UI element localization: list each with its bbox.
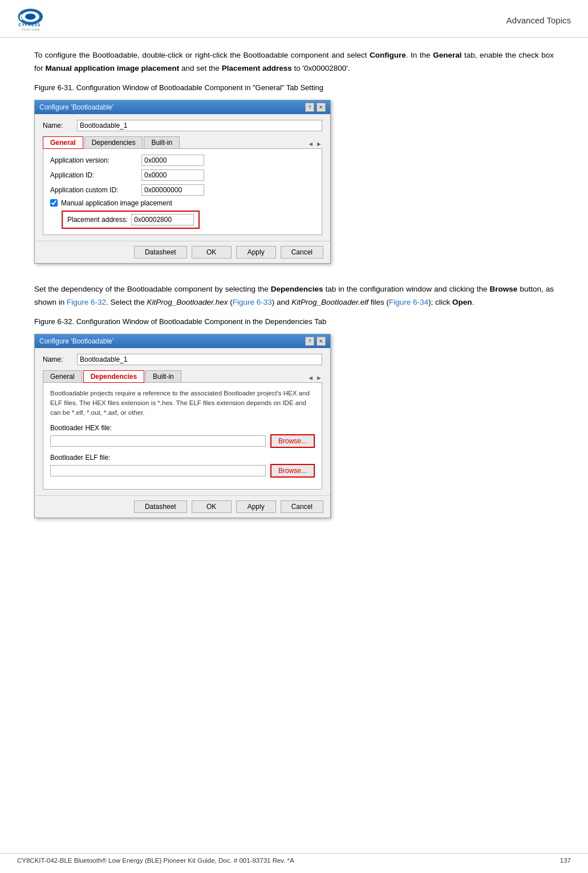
para2-italic1: KitProg_Bootloader.hex [147,298,228,306]
figure1-apply-button[interactable]: Apply [236,246,276,258]
app-id-label: Application ID: [50,171,141,179]
figure2-name-label: Name: [43,355,71,363]
app-version-row: Application version: [50,155,315,166]
name-label: Name: [43,122,71,130]
tab-builtin[interactable]: Built-in [144,136,180,148]
figure1-ok-button[interactable]: OK [192,246,232,258]
close-button[interactable]: ✕ [317,103,326,112]
figure2-dialog-title: Configure 'Bootloadable' [39,337,113,345]
figure1-datasheet-button[interactable]: Datasheet [134,246,187,258]
figure2-tab-builtin[interactable]: Built-in [145,370,181,382]
manual-placement-row: Manual application image placement [50,199,315,207]
elf-browse-button[interactable]: Browse... [270,464,315,478]
figure2-ok-button[interactable]: OK [192,500,232,513]
figure2-dialog-body: Name: General Dependencies Built-in ◄ ► … [35,348,330,495]
figure2-cancel-button[interactable]: Cancel [281,500,323,513]
tab-general-content: Application version: Application ID: App… [43,149,322,235]
para1-bold3: Manual application image placement [46,64,180,72]
footer-page-number: 137 [560,857,571,864]
para1-bold4: Placement address [222,64,292,72]
para2-italic2: KitProg_Bootloader.elf [291,298,368,306]
figure2-apply-button[interactable]: Apply [236,500,276,513]
para2-bold3: Open [452,298,472,306]
figure2-tab-nav-arrows: ◄ ► [307,374,322,382]
cypress-logo-icon: CYPRESS PERFORM [17,6,57,34]
para2-text7: files ( [368,298,389,306]
tab-nav-arrows: ◄ ► [307,140,322,148]
hex-file-input[interactable] [50,435,266,447]
para2-bold2: Browse [490,285,518,293]
figure2-caption: Figure 6-32. Configuration Window of Boo… [34,317,554,326]
svg-point-2 [25,14,36,20]
page-header: CYPRESS PERFORM Advanced Topics [0,0,588,38]
svg-text:CYPRESS: CYPRESS [18,23,40,27]
name-input[interactable] [77,120,322,131]
para1-bold1: Configure [370,51,406,59]
hex-browse-button[interactable]: Browse... [270,434,315,448]
para2-text1: Set the dependency of the Bootloadable c… [34,285,271,293]
figure1-caption: Figure 6-31. Configuration Window of Boo… [34,83,554,92]
figure2-name-row: Name: [43,354,322,365]
app-id-input[interactable] [141,169,204,181]
figure2-tab-dependencies-content: Bootloadable projects require a referenc… [43,383,322,490]
header-title: Advanced Topics [506,15,571,25]
tab-prev-arrow[interactable]: ◄ [307,140,314,147]
hex-input-row: Browse... [50,434,315,448]
figure2-tab-dependencies[interactable]: Dependencies [83,370,144,383]
figure2-dialog: Configure 'Bootloadable' ? ✕ Name: Gener… [34,334,331,518]
figure2-dialog-footer: Datasheet OK Apply Cancel [35,495,330,518]
figure2-tab-prev-arrow[interactable]: ◄ [307,374,314,381]
elf-file-label: Bootloader ELF file: [50,454,315,462]
titlebar-buttons: ? ✕ [305,103,326,112]
elf-input-row: Browse... [50,464,315,478]
para1-text-mid1: . In the [406,51,433,59]
para2-text5: ( [228,298,232,306]
figure2-dialog-wrapper: Configure 'Bootloadable' ? ✕ Name: Gener… [34,334,331,518]
app-custom-id-label: Application custom ID: [50,186,141,194]
figure2-titlebar-buttons: ? ✕ [305,337,326,346]
dependency-paragraph: Set the dependency of the Bootloadable c… [34,283,554,309]
page-footer: CY8CKIT-042-BLE Bluetooth® Low Energy (B… [0,853,588,867]
placement-input[interactable] [131,214,194,225]
tab-next-arrow[interactable]: ► [316,140,322,147]
para2-text9: . [472,298,474,306]
para2-text6: ) and [272,298,292,306]
figure2-close-button[interactable]: ✕ [317,337,326,346]
para2-link1[interactable]: Figure 6-32 [67,298,106,306]
app-custom-id-input[interactable] [141,184,204,196]
para2-text4: . Select the [106,298,147,306]
para1-text1: To configure the Bootloadable, double-cl… [34,51,370,59]
para2-text2: tab in the configuration window and clic… [323,285,489,293]
footer-left: CY8CKIT-042-BLE Bluetooth® Low Energy (B… [17,857,294,864]
elf-file-section: Bootloader ELF file: Browse... [50,454,315,478]
figure2-tab-general[interactable]: General [43,370,82,382]
figure2-titlebar: Configure 'Bootloadable' ? ✕ [35,334,330,348]
elf-file-input[interactable] [50,465,266,476]
figure2-name-input[interactable] [77,354,322,365]
logo-area: CYPRESS PERFORM [17,6,57,34]
figure2-tab-next-arrow[interactable]: ► [316,374,322,381]
figure2-help-button[interactable]: ? [305,337,314,346]
figure2-datasheet-button[interactable]: Datasheet [134,500,187,513]
hex-file-label: Bootloader HEX file: [50,424,315,432]
main-content: To configure the Bootloadable, double-cl… [0,38,588,540]
para2-bold1: Dependencies [271,285,323,293]
app-custom-id-row: Application custom ID: [50,184,315,196]
placement-box: Placement address: [62,211,200,229]
tab-general[interactable]: General [43,136,83,149]
dep-info-text: Bootloadable projects require a referenc… [50,389,315,418]
figure1-titlebar: Configure 'Bootloadable' ? ✕ [35,100,330,114]
placement-label: Placement address: [67,216,128,224]
hex-file-section: Bootloader HEX file: Browse... [50,424,315,448]
app-version-input[interactable] [141,155,204,166]
para2-link3[interactable]: Figure 6-34 [389,298,428,306]
figure1-dialog-footer: Datasheet OK Apply Cancel [35,241,330,263]
para2-link2[interactable]: Figure 6-33 [233,298,272,306]
help-button[interactable]: ? [305,103,314,112]
figure1-dialog: Configure 'Bootloadable' ? ✕ Name: Gener… [34,100,331,264]
figure1-dialog-wrapper: Configure 'Bootloadable' ? ✕ Name: Gener… [34,100,331,264]
figure1-cancel-button[interactable]: Cancel [281,246,323,258]
tab-dependencies[interactable]: Dependencies [84,136,143,148]
para1-text-end: to '0x00002800'. [292,64,350,72]
manual-placement-checkbox[interactable] [50,199,58,207]
